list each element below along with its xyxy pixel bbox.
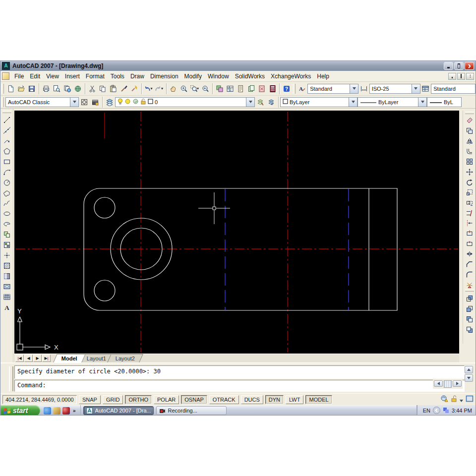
construction-line-button[interactable] [1, 125, 12, 135]
toolbar-grip[interactable] [1, 84, 4, 94]
tab-model[interactable]: Model [53, 354, 85, 362]
zoom-realtime-button[interactable] [178, 83, 189, 94]
tab-last-button[interactable]: ▶| [42, 355, 51, 362]
rectangle-button[interactable] [1, 156, 12, 167]
erase-button[interactable] [464, 116, 475, 126]
tool-palettes-button[interactable] [236, 83, 246, 94]
layer-freeze-sun-icon[interactable] [124, 98, 131, 106]
array-button[interactable] [464, 157, 475, 167]
layer-color-swatch[interactable] [148, 99, 153, 105]
table-style-manager-button[interactable] [420, 83, 431, 94]
point-button[interactable] [1, 250, 12, 260]
open-button[interactable] [16, 83, 26, 94]
internet-explorer-icon[interactable] [44, 407, 51, 415]
command-history[interactable]: Specify diameter of circle <20.0000>: 30 [14, 365, 465, 379]
taskbar-item-autocad[interactable]: AutoCAD 2007 - [Dra... [83, 406, 154, 415]
command-input[interactable]: Command: [14, 380, 465, 392]
scroll-right-button[interactable] [453, 380, 462, 387]
line-button[interactable] [1, 115, 12, 125]
sheet-set-manager-button[interactable] [246, 83, 256, 94]
taskbar-item-recording[interactable]: Recording... [156, 406, 227, 415]
combo-arrow-icon[interactable] [350, 84, 358, 93]
menu-edit[interactable]: Edit [27, 72, 43, 81]
start-button[interactable]: start [0, 405, 40, 416]
grid-toggle[interactable]: GRID [103, 395, 123, 404]
zoom-previous-button[interactable] [200, 83, 211, 94]
menu-solidworks[interactable]: SolidWorks [232, 72, 268, 81]
quick-launch-overflow-chevron[interactable]: » [72, 408, 77, 414]
model-toggle[interactable]: MODEL [305, 395, 332, 404]
layer-properties-manager-button[interactable] [104, 97, 115, 108]
osnap-toggle[interactable]: OSNAP [181, 395, 207, 404]
menu-insert[interactable]: Insert [62, 72, 83, 81]
linetype-combo[interactable]: ByLayer [357, 97, 427, 107]
combo-arrow-icon[interactable] [70, 98, 78, 107]
language-indicator[interactable]: EN [423, 408, 430, 414]
dim-style-combo[interactable]: ISO-25 [369, 84, 420, 94]
bring-above-objects-button[interactable] [464, 314, 475, 324]
combo-arrow-icon[interactable] [246, 98, 254, 107]
table-button[interactable] [1, 292, 12, 302]
ortho-toggle[interactable]: ORTHO [125, 395, 152, 404]
clock[interactable]: 3:44 PM [452, 408, 472, 414]
ellipse-arc-button[interactable] [1, 219, 12, 229]
menu-dimension[interactable]: Dimension [147, 72, 181, 81]
chamfer-button[interactable] [464, 259, 475, 270]
combo-arrow-icon[interactable] [349, 98, 357, 107]
scroll-down-button[interactable] [465, 374, 473, 382]
cut-button[interactable] [87, 83, 97, 94]
restore-button[interactable] [454, 62, 464, 70]
menu-window[interactable]: Window [205, 72, 232, 81]
toolbar-lock-icon[interactable] [451, 395, 457, 404]
layer-combo[interactable]: 0 [115, 97, 255, 107]
scroll-thumb[interactable] [444, 380, 452, 388]
paste-button[interactable] [108, 83, 119, 94]
color-combo[interactable]: ByLayer [280, 97, 357, 107]
drawing-canvas[interactable]: Y X [14, 111, 459, 354]
circle-button[interactable] [1, 177, 12, 187]
menu-file[interactable]: File [11, 72, 27, 81]
multiline-text-button[interactable]: A [1, 302, 12, 312]
lwt-toggle[interactable]: LWT [286, 395, 303, 404]
send-to-back-button[interactable] [464, 303, 475, 314]
messenger-tray-icon[interactable] [443, 407, 449, 415]
scroll-up-button[interactable] [465, 366, 473, 373]
zoom-window-button[interactable]: ▼ [189, 83, 200, 94]
mdi-close-button[interactable] [466, 73, 474, 80]
quick-launch-icon-2[interactable] [53, 407, 60, 415]
scale-button[interactable] [464, 187, 475, 198]
tab-first-button[interactable]: |◀ [15, 355, 24, 362]
undo-button[interactable]: ▼ [143, 83, 154, 94]
gradient-button[interactable] [1, 271, 12, 281]
3d-dwf-button[interactable] [72, 83, 83, 94]
layer-viewport-freeze-icon[interactable] [132, 98, 139, 106]
layer-lock-icon[interactable] [140, 98, 146, 106]
make-block-button[interactable] [1, 239, 12, 250]
snap-toggle[interactable]: SNAP [79, 395, 101, 404]
polyline-button[interactable] [1, 135, 12, 146]
copy-clip-button[interactable] [97, 83, 108, 94]
plot-preview-button[interactable] [52, 83, 62, 94]
join-button[interactable] [464, 249, 475, 259]
communication-center-icon[interactable] [440, 395, 448, 404]
markup-set-manager-button[interactable] [257, 83, 267, 94]
save-button[interactable] [27, 83, 37, 94]
minimize-button[interactable] [444, 62, 453, 70]
new-button[interactable] [5, 83, 16, 94]
text-style-combo[interactable]: Standard [307, 84, 358, 94]
text-style-manager-button[interactable]: A [297, 83, 307, 94]
toolbar-grip[interactable] [2, 111, 11, 113]
coordinate-readout[interactable]: 404.2214, 284.4469, 0.0000 [2, 395, 77, 404]
tab-prev-button[interactable]: ◀ [24, 355, 33, 362]
toolbar-grip[interactable] [465, 289, 474, 292]
send-under-objects-button[interactable] [464, 324, 475, 335]
toolbar-grip[interactable] [293, 84, 296, 94]
break-at-point-button[interactable] [464, 229, 475, 239]
table-style-combo[interactable]: Standard [431, 84, 476, 94]
save-workspace-button[interactable] [90, 97, 101, 108]
quickcalc-button[interactable] [267, 83, 278, 94]
close-button[interactable] [465, 62, 474, 70]
dim-style-manager-button[interactable] [358, 83, 369, 94]
menu-xchangeworks[interactable]: XchangeWorks [268, 72, 314, 81]
combo-arrow-icon[interactable] [418, 98, 426, 107]
